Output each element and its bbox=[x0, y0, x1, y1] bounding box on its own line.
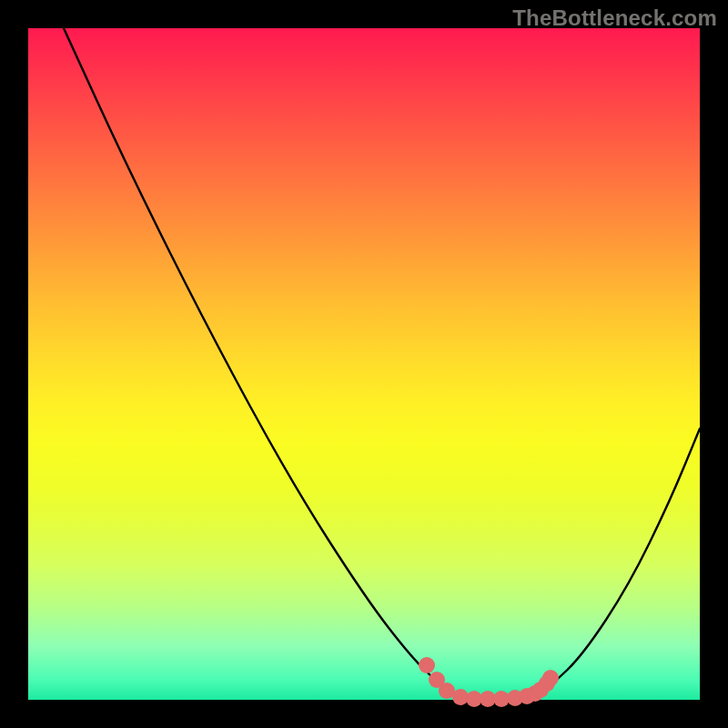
highlight-points bbox=[419, 657, 559, 707]
highlight-dot bbox=[542, 670, 559, 686]
watermark-text: TheBottleneck.com bbox=[512, 5, 717, 31]
bottleneck-curve bbox=[64, 28, 700, 699]
outer-frame: TheBottleneck.com bbox=[0, 0, 728, 728]
chart-svg bbox=[28, 28, 700, 700]
highlight-dot bbox=[419, 657, 435, 673]
